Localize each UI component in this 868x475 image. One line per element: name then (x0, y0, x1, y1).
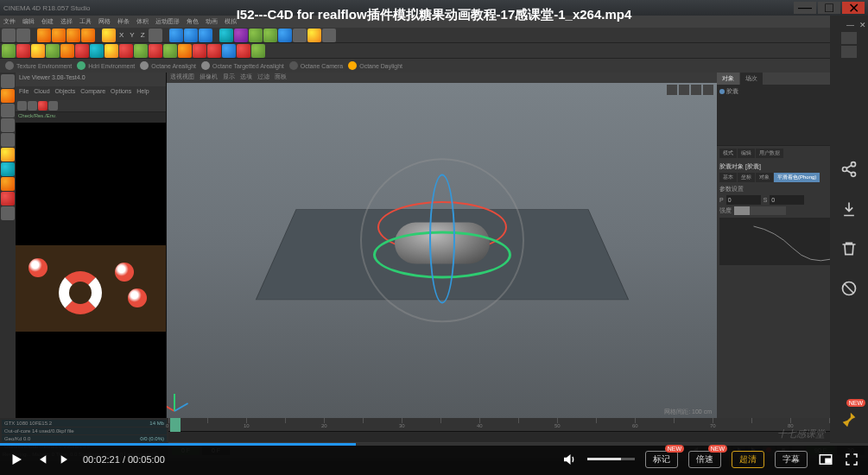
octane-texture-env[interactable]: Texture Environment (5, 61, 72, 70)
menu-item[interactable]: 创建 (41, 17, 54, 26)
next-button[interactable] (59, 453, 73, 466)
octane-daylight[interactable]: Octane Daylight (348, 61, 402, 70)
tool-icon[interactable] (75, 44, 89, 58)
block-icon[interactable] (838, 277, 860, 300)
viewport-nav-icon[interactable] (703, 85, 713, 95)
select-tool-icon[interactable] (37, 28, 51, 42)
window-minimize[interactable]: — (794, 2, 816, 14)
menu-item[interactable]: 角色 (187, 17, 199, 26)
tool-icon[interactable] (149, 44, 162, 58)
spline-icon[interactable] (234, 28, 248, 42)
attr-basic-tab[interactable]: 基本 (719, 173, 737, 182)
viewport-nav-icon[interactable] (679, 85, 689, 95)
rotation-gizmo-z[interactable] (429, 174, 455, 304)
tool-icon[interactable] (46, 44, 60, 58)
menu-item[interactable]: 网格 (98, 17, 111, 26)
octane-arealight[interactable]: Octane Arealight (140, 61, 196, 70)
attr-edit-tab[interactable]: 编辑 (738, 149, 755, 158)
attr-object-tab[interactable]: 对象 (756, 173, 773, 182)
tool-icon[interactable] (31, 44, 45, 58)
octane-hdri-env[interactable]: Hdri Environment (77, 61, 135, 70)
delete-icon[interactable] (838, 238, 860, 260)
generator-icon[interactable] (263, 28, 277, 42)
tool-icon[interactable] (207, 44, 221, 58)
sidebar-thumb[interactable] (841, 32, 857, 44)
download-icon[interactable] (838, 198, 860, 220)
light-icon[interactable] (307, 28, 321, 42)
z-axis-toggle[interactable]: Z (138, 31, 148, 39)
tool-icon[interactable] (60, 44, 74, 58)
tool-icon[interactable] (16, 44, 30, 58)
timeline-ruler[interactable]: 0102030405060708090 (168, 418, 868, 432)
viewport-nav-icon[interactable] (691, 85, 701, 95)
share-icon[interactable] (838, 158, 860, 180)
y-axis-toggle[interactable]: Y (127, 31, 136, 39)
mark-button[interactable]: 标记NEW (645, 451, 678, 468)
tool-icon[interactable] (119, 44, 133, 58)
menu-item[interactable]: 样条 (117, 17, 130, 26)
window-close[interactable]: ✕ (842, 2, 865, 14)
attr-input[interactable] (770, 195, 804, 205)
tool-icon[interactable] (251, 44, 265, 58)
octane-camera[interactable]: Octane Camera (289, 61, 343, 70)
menu-item[interactable]: 选择 (60, 17, 73, 26)
menu-item[interactable]: 动画 (206, 17, 218, 26)
generator-icon[interactable] (249, 28, 263, 42)
scale-tool-icon[interactable] (67, 28, 80, 42)
tool-icon[interactable] (163, 44, 177, 58)
tool-icon[interactable] (1, 206, 15, 220)
redo-icon[interactable] (16, 28, 30, 42)
undo-icon[interactable] (2, 28, 16, 42)
tool-icon[interactable] (134, 44, 148, 58)
x-axis-toggle[interactable]: X (117, 31, 126, 39)
point-mode-icon[interactable] (1, 104, 15, 117)
prev-button[interactable] (35, 453, 48, 466)
tool-icon[interactable] (199, 28, 212, 42)
tool-icon[interactable] (149, 28, 162, 42)
workplane-icon[interactable] (1, 162, 15, 176)
window-maximize[interactable]: □ (818, 2, 840, 14)
pip-icon[interactable] (818, 452, 833, 467)
model-mode-icon[interactable] (1, 74, 15, 88)
menu-item[interactable]: 文件 (3, 17, 16, 26)
volume-icon[interactable] (561, 452, 577, 467)
tool-icon[interactable] (193, 44, 206, 58)
timeline-playhead[interactable] (170, 418, 181, 432)
viewport-label[interactable]: 透视视图 (170, 73, 194, 83)
progress-bar[interactable] (0, 443, 868, 446)
tool-icon[interactable] (17, 101, 27, 111)
cube-primitive-icon[interactable] (219, 28, 233, 42)
poly-mode-icon[interactable] (1, 133, 15, 147)
tool-icon[interactable] (28, 101, 37, 111)
speed-button[interactable]: 倍速NEW (688, 451, 721, 468)
strength-slider[interactable] (734, 206, 786, 215)
menu-item[interactable]: 工具 (79, 17, 92, 26)
object-mode-icon[interactable] (1, 89, 15, 103)
attr-mode-tab[interactable]: 模式 (719, 149, 737, 158)
attr-phong-tab[interactable]: 平滑着色(Phong) (774, 173, 820, 182)
tool-icon[interactable] (48, 101, 58, 111)
fullscreen-icon[interactable] (844, 452, 859, 467)
menu-item[interactable]: 模拟 (225, 17, 237, 26)
edge-mode-icon[interactable] (1, 118, 15, 132)
objects-tab[interactable]: 对象 (717, 73, 739, 85)
subtitle-button[interactable]: 字幕 (775, 451, 808, 468)
tool-icon[interactable] (105, 44, 118, 58)
tool-icon[interactable] (102, 28, 116, 42)
camera-icon[interactable] (322, 28, 336, 42)
render-icon[interactable] (169, 28, 183, 42)
deformer-icon[interactable] (278, 28, 292, 42)
tool-icon[interactable] (1, 192, 15, 206)
tool-icon[interactable] (237, 44, 250, 58)
attr-input[interactable] (726, 195, 761, 205)
tool-icon[interactable] (1, 177, 15, 191)
tool-icon[interactable] (90, 44, 104, 58)
attr-userdata-tab[interactable]: 用户数据 (756, 149, 783, 158)
tool-icon[interactable] (38, 101, 48, 111)
sidebar-thumb[interactable] (841, 46, 857, 58)
timeline-track[interactable] (168, 432, 868, 442)
menu-item[interactable]: 体积 (136, 17, 149, 26)
play-button[interactable] (9, 452, 24, 467)
viewport-3d[interactable]: 透视视图 摄像机 显示 选项 过滤 面板 (167, 73, 717, 418)
sidebar-minimize[interactable]: — (846, 21, 854, 29)
